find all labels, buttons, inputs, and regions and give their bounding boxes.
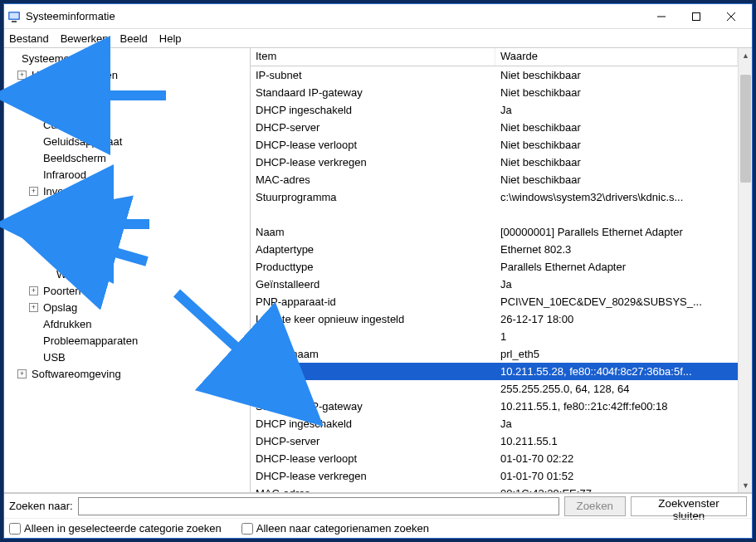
table-row[interactable]: GeïnstalleerdJa	[251, 276, 738, 293]
header-item[interactable]: Item	[251, 48, 495, 66]
search-options: Alleen in geselecteerde categorie zoeken…	[4, 518, 752, 538]
opt-selected-category-checkbox[interactable]	[9, 523, 21, 535]
cell-item: IP-subnet	[251, 69, 495, 81]
tree-ports[interactable]: +Poorten	[7, 282, 246, 299]
window-title: Systeeminformatie	[26, 10, 644, 22]
tree-winsock[interactable]: WinSock	[7, 266, 246, 282]
plus-icon[interactable]: +	[29, 187, 38, 196]
table-row[interactable]: AdaptertypeEthernet 802.3	[251, 241, 738, 258]
opt-selected-category[interactable]: Alleen in geselecteerde categorie zoeken	[9, 522, 222, 535]
scroll-down-icon[interactable]: ▼	[739, 478, 752, 492]
cell-value: Niet beschikbaar	[495, 156, 738, 168]
table-row-blank	[251, 206, 738, 223]
menu-help[interactable]: Help	[159, 32, 182, 45]
cell-value: 00:1C:42:29:EE:77	[495, 487, 738, 492]
cell-item: Standaard IP-gateway	[251, 400, 495, 413]
minus-icon[interactable]: −	[29, 220, 38, 229]
table-row[interactable]: Index1	[251, 328, 738, 345]
search-input[interactable]	[78, 497, 559, 515]
tree-input[interactable]: +Invoer	[7, 183, 246, 199]
table-body[interactable]: IP-subnetNiet beschikbaarStandaard IP-ga…	[251, 66, 738, 492]
cell-item: MAC-adres	[251, 173, 495, 186]
minus-icon[interactable]: −	[17, 87, 27, 96]
table-row[interactable]: MAC-adresNiet beschikbaar	[251, 171, 738, 188]
table-row[interactable]: DHCP ingeschakeldJa	[251, 415, 738, 432]
table-row[interactable]: IP-subnetNiet beschikbaar	[251, 66, 738, 84]
plus-icon[interactable]: +	[17, 71, 27, 80]
plus-icon[interactable]: +	[29, 303, 38, 312]
table-row[interactable]: Naam[00000001] Parallels Ethernet Adapte…	[251, 223, 738, 241]
cell-item: Index	[251, 330, 495, 343]
tree-components[interactable]: −Onderdelen	[7, 83, 246, 100]
search-label: Zoeken naar:	[9, 500, 73, 512]
plus-icon[interactable]: +	[17, 369, 27, 378]
details-pane: Item Waarde IP-subnetNiet beschikbaarSta…	[251, 48, 752, 492]
plus-icon[interactable]: +	[29, 286, 38, 295]
tree-infrared[interactable]: Infrarood	[7, 166, 246, 183]
menu-view[interactable]: Beeld	[120, 32, 148, 45]
table-row[interactable]: IP-subnet255.255.255.0, 64, 128, 64	[251, 380, 738, 398]
table-row[interactable]: ProducttypeParallels Ethernet Adapter	[251, 258, 738, 276]
search-button[interactable]: Zoeken	[564, 496, 626, 516]
cell-value: Niet beschikbaar	[495, 69, 738, 81]
tree-network[interactable]: −Netwerk	[7, 216, 246, 232]
tree-printing[interactable]: Afdrukken	[7, 315, 246, 332]
table-row[interactable]: DHCP-lease verkregenNiet beschikbaar	[251, 154, 738, 171]
table-row[interactable]: DHCP-lease verlooptNiet beschikbaar	[251, 136, 738, 154]
table-row[interactable]: DHCP-lease verkregen01-01-70 01:52	[251, 467, 738, 485]
table-row[interactable]: DHCP ingeschakeldJa	[251, 101, 738, 119]
maximize-button[interactable]	[679, 5, 714, 28]
scroll-thumb[interactable]	[740, 75, 751, 183]
cell-value: Niet beschikbaar	[495, 139, 738, 151]
minimize-button[interactable]	[644, 5, 679, 28]
tree-hardware[interactable]: +Hardwarebronnen	[7, 66, 246, 83]
cell-item: Producttype	[251, 261, 495, 273]
plus-icon[interactable]: +	[29, 104, 38, 113]
tree-pane[interactable]: Systeemoverzicht +Hardwarebronnen −Onder…	[4, 48, 251, 492]
table-row[interactable]: Servicenaamprl_eth5	[251, 345, 738, 363]
table-row[interactable]: Standaard IP-gatewayNiet beschikbaar	[251, 84, 738, 101]
vertical-scrollbar[interactable]: ▲ ▼	[738, 48, 752, 492]
menu-edit[interactable]: Bewerken	[61, 32, 109, 45]
tree-problem[interactable]: Probleemapparaten	[7, 332, 246, 349]
tree-usb[interactable]: USB	[7, 349, 246, 365]
svg-rect-2	[12, 21, 17, 22]
table-row[interactable]: DHCP-serverNiet beschikbaar	[251, 119, 738, 136]
tree-protocol[interactable]: Protocol	[7, 249, 246, 266]
cell-value: 26-12-17 18:00	[495, 313, 738, 325]
opt-category-names-checkbox[interactable]	[241, 523, 253, 535]
tree-softenv[interactable]: +Softwareomgeving	[7, 365, 246, 382]
cell-value: prl_eth5	[495, 348, 738, 360]
menu-file[interactable]: Bestand	[9, 32, 49, 45]
tree-display[interactable]: Beeldscherm	[7, 149, 246, 166]
details-table[interactable]: Item Waarde IP-subnetNiet beschikbaarSta…	[251, 48, 738, 492]
cell-item: DHCP-server	[251, 435, 495, 447]
svg-rect-4	[693, 12, 700, 20]
table-row[interactable]: DHCP-lease verloopt01-01-70 02:22	[251, 450, 738, 467]
tree-multimedia[interactable]: +Multimedia	[7, 100, 246, 116]
tree-audio[interactable]: Geluidsapparaat	[7, 133, 246, 149]
tree-storage[interactable]: +Opslag	[7, 299, 246, 315]
tree-adapter[interactable]: Adapter	[7, 232, 246, 249]
cell-value: Ja	[495, 417, 738, 430]
search-close-button[interactable]: Zoekvenster sluiten	[631, 496, 747, 516]
titlebar: Systeeminformatie	[4, 4, 752, 29]
cell-item: IP-subnet	[251, 383, 495, 395]
scroll-up-icon[interactable]: ▲	[739, 48, 752, 62]
close-button[interactable]	[714, 5, 749, 28]
cell-item: Servicenaam	[251, 348, 495, 360]
opt-category-names[interactable]: Alleen naar categorienamen zoeken	[241, 522, 429, 535]
tree-modem[interactable]: Modem	[7, 199, 246, 216]
table-row[interactable]: Laatste keer opnieuw ingesteld26-12-17 1…	[251, 310, 738, 328]
table-row[interactable]: PNP-apparaat-idPCI\VEN_10EC&DEV_8029&SUB…	[251, 293, 738, 310]
tree-root[interactable]: Systeemoverzicht	[7, 50, 246, 66]
tree-cdrom[interactable]: Cd-rom	[7, 116, 246, 133]
cell-item: Geïnstalleerd	[251, 278, 495, 291]
table-row[interactable]: DHCP-server10.211.55.1	[251, 432, 738, 450]
table-row[interactable]: Standaard IP-gateway10.211.55.1, fe80::2…	[251, 398, 738, 415]
table-row[interactable]: MAC-adres00:1C:42:29:EE:77	[251, 485, 738, 492]
table-row[interactable]: Stuurprogrammac:\windows\system32\driver…	[251, 188, 738, 206]
table-row[interactable]: IP-adres10.211.55.28, fe80::404f:8c27:36…	[251, 363, 738, 380]
cell-value: 10.211.55.1, fe80::21c:42ff:fe00:18	[495, 400, 738, 413]
header-value[interactable]: Waarde	[495, 48, 738, 66]
